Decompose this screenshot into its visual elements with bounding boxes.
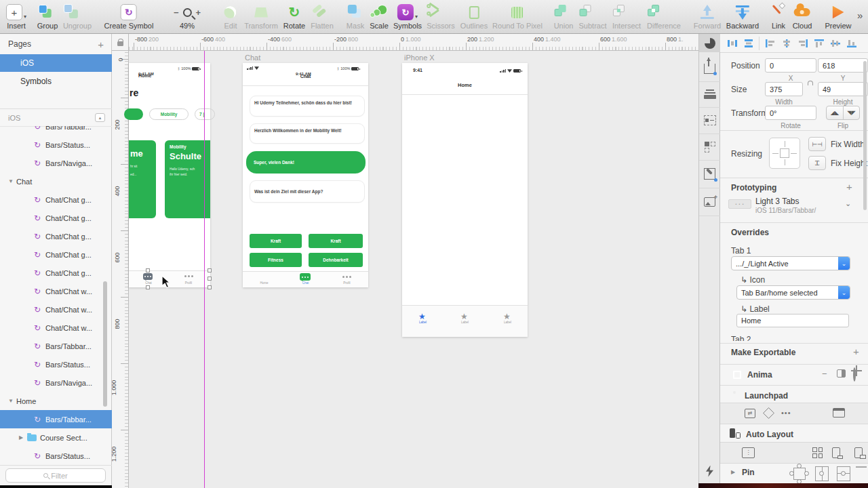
collapse-panel-button[interactable]: ▴	[95, 113, 105, 122]
layer-row[interactable]: ↻Bars/Status...	[0, 136, 112, 154]
position-y-field[interactable]: 618	[818, 58, 868, 73]
chat-quick-button[interactable]: Kraft	[309, 234, 363, 248]
chat-message-incoming[interactable]: Was ist dein Ziel mit dieser App?	[250, 180, 365, 203]
tabbar-tool[interactable]	[699, 82, 720, 106]
artboard-chat[interactable]: 9:41 AM ᛒ 100% Chat Hi Udemy Teilnehmer,…	[243, 63, 368, 287]
squares-tool[interactable]	[699, 134, 720, 159]
layer-row[interactable]: ↻Bars/Tabbar...	[0, 337, 112, 355]
layer-row[interactable]: ↻Chat/Chat g...	[0, 245, 112, 264]
layer-row[interactable]: ↻Chat/Chat g...	[0, 227, 112, 245]
sidebar-scrollbar[interactable]	[103, 281, 107, 407]
layer-row-course-section[interactable]: ▶Course Sect...	[0, 428, 112, 447]
chat-message-incoming[interactable]: Hi Udemy Teilnehmer, schön dass du hier …	[250, 96, 365, 117]
lock-icon[interactable]	[117, 41, 123, 46]
disclosure-open-icon[interactable]: ▼	[8, 398, 16, 404]
symbols-button[interactable]: ↻▾ Symbols	[393, 3, 422, 30]
landscape-device-icon[interactable]	[854, 447, 863, 458]
width-field[interactable]: 375	[765, 82, 803, 96]
home-pill-mobility[interactable]: Mobility	[149, 108, 189, 120]
pin-diagram-center-h[interactable]	[837, 466, 852, 483]
pin-diagram-all[interactable]	[791, 464, 808, 484]
artboard-label-iphonex[interactable]: iPhone X	[404, 54, 435, 62]
pin-diagram-center-v[interactable]	[815, 466, 830, 483]
intersect-button[interactable]: Intersect	[612, 3, 641, 30]
layer-row[interactable]: ↻Chat/Chat g...	[0, 190, 112, 209]
style-override-dropdown[interactable]: .../_/Light Active ⌄	[731, 256, 850, 270]
layer-row[interactable]: ↻Chat/Chat w...	[0, 300, 112, 319]
export-tool[interactable]	[699, 56, 720, 81]
backward-button[interactable]: Backward	[726, 3, 759, 30]
icon-override-dropdown[interactable]: Tab Bar/home selected ⌄	[736, 285, 850, 300]
resizing-diagram[interactable]	[769, 138, 800, 169]
pin-disclosure-icon[interactable]: ▶	[731, 469, 735, 475]
portrait-device-icon[interactable]	[832, 447, 840, 458]
selection-handle[interactable]	[146, 268, 150, 272]
home-card-1[interactable]: me hr sit ed...	[129, 140, 156, 218]
layer-group-chat[interactable]: ▼Chat	[0, 172, 112, 190]
layer-row[interactable]: ↻Bars/Naviga...	[0, 154, 112, 172]
swap-tool-icon[interactable]: ⇄	[745, 409, 755, 418]
chat-quick-button[interactable]: Fitness	[250, 253, 302, 267]
layer-row[interactable]: ↻Bars/Status...	[0, 447, 112, 465]
canvas[interactable]: -800200 -600400 -400600 -200800 01.000 2…	[112, 34, 698, 488]
artboard-iphonex[interactable]: 9:41 Home ★ Label ★ Label ★ Label	[402, 63, 528, 337]
layout-grid-icon[interactable]	[812, 447, 823, 458]
selection-handle[interactable]	[208, 268, 212, 272]
selection-handle[interactable]	[146, 285, 150, 289]
zoom-control[interactable]: −+ 49%	[174, 3, 201, 30]
distribute-horizontal-icon[interactable]	[727, 39, 738, 48]
align-middle-vertical-icon[interactable]	[830, 39, 841, 48]
layer-group-home[interactable]: ▼Home	[0, 392, 112, 410]
scissors-button[interactable]: Scissors	[427, 3, 455, 30]
home-pill-active[interactable]	[124, 108, 143, 120]
page-item-ios[interactable]: iOS	[0, 54, 112, 72]
profil-tab-icon[interactable]	[342, 276, 351, 278]
flip-vertical-button[interactable]: ◥◤	[843, 106, 859, 119]
union-button[interactable]: Union	[554, 3, 574, 30]
artboard-label-chat[interactable]: Chat	[245, 54, 260, 62]
layer-row[interactable]: ↻Bars/Status...	[0, 355, 112, 373]
home-pill-partial[interactable]: 7 |	[195, 108, 215, 120]
fix-width-button[interactable]: ⊢⊣	[808, 137, 826, 151]
disclosure-closed-icon[interactable]: ▶	[19, 434, 27, 441]
chat-message-outgoing[interactable]: Super, vielen Dank!	[246, 151, 366, 174]
layer-row[interactable]: ↻Chat/Chat w...	[0, 282, 112, 300]
zoom-out-icon[interactable]: −	[174, 7, 179, 18]
window-tool-icon[interactable]	[833, 408, 845, 418]
outlines-button[interactable]: Outlines	[460, 3, 488, 30]
align-center-horizontal-icon[interactable]	[781, 39, 792, 48]
disclosure-open-icon[interactable]: ▼	[8, 178, 16, 184]
cloud-button[interactable]: Cloud	[793, 3, 812, 30]
lightning-tool[interactable]	[699, 461, 720, 481]
scale-button[interactable]: Scale	[370, 3, 389, 30]
panel-toggle-icon[interactable]	[837, 369, 846, 378]
difference-button[interactable]: Difference	[647, 3, 681, 30]
minimize-icon[interactable]: −	[822, 369, 827, 379]
align-bottom-icon[interactable]	[846, 39, 857, 48]
chat-tab-icon-active[interactable]	[300, 273, 311, 281]
forward-button[interactable]: Forward	[694, 3, 721, 30]
plugin-corner[interactable]	[699, 34, 720, 52]
image-add-tool[interactable]: +	[699, 188, 720, 215]
distribute-vertical-icon[interactable]	[743, 39, 754, 48]
artboard-home[interactable]: 9:41 AM ᛒ 100% Home re Mobility 7 | me h…	[129, 63, 210, 287]
inspector-scrollbar[interactable]	[863, 61, 867, 210]
symbol-chevron-icon[interactable]: ⌄	[845, 199, 851, 208]
layer-row[interactable]: ↻Bars/Tabbar...	[0, 126, 112, 136]
toolbar-overflow-button[interactable]: »	[857, 9, 863, 21]
layer-row[interactable]: ↻Bars/Naviga...	[0, 373, 112, 392]
height-field[interactable]: 49	[818, 82, 868, 96]
group-button[interactable]: Group	[37, 3, 58, 30]
selection-handle[interactable]	[208, 277, 212, 281]
horizontal-ruler[interactable]: -800200 -600400 -400600 -200800 01.000 2…	[129, 34, 698, 51]
form-tool[interactable]	[699, 108, 720, 133]
mask-button[interactable]: Mask	[347, 3, 364, 30]
pen-tool[interactable]	[699, 161, 720, 187]
zoom-in-icon[interactable]: +	[196, 7, 201, 18]
layer-row[interactable]: ↻Chat/Chat w...	[0, 319, 112, 337]
chat-message-incoming[interactable]: Herzlich Willkommen in der Mobility Welt…	[250, 123, 365, 144]
create-symbol-button[interactable]: ↻ Create Symbol	[104, 3, 154, 30]
chat-quick-button[interactable]: Kraft	[250, 234, 302, 248]
selection-handle[interactable]	[208, 285, 212, 289]
label-override-input[interactable]: Home	[736, 314, 849, 327]
